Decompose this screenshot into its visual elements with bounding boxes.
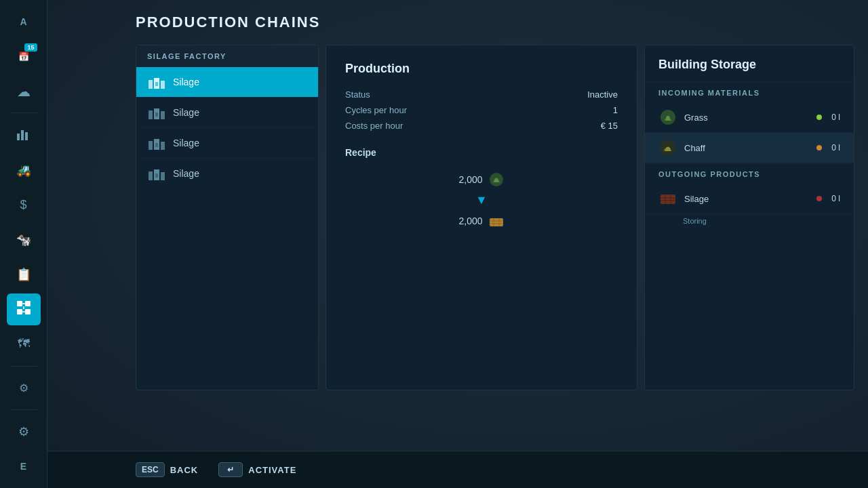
money-icon: $ — [20, 198, 26, 212]
sidebar-item-money[interactable]: $ — [7, 188, 41, 220]
grass-icon — [658, 108, 677, 127]
chaff-icon — [658, 138, 677, 157]
activate-button[interactable]: ↵ ACTIVATE — [218, 462, 296, 477]
storage-title: Building Storage — [645, 45, 854, 82]
factory-item-label-0: Silage — [173, 77, 199, 87]
sidebar-a-label: A — [20, 16, 26, 27]
bottom-bar: ESC BACK ↵ ACTIVATE — [47, 451, 868, 488]
svg-rect-5 — [17, 309, 22, 314]
grass-dot — [816, 115, 822, 120]
svg-rect-34 — [660, 195, 675, 204]
calendar-icon: 📅 — [18, 52, 29, 62]
storage-panel: Building Storage INCOMING MATERIALS Gras… — [644, 45, 854, 390]
factory-item-label-2: Silage — [173, 138, 199, 148]
svg-rect-3 — [17, 301, 22, 306]
stats-icon — [16, 127, 31, 144]
sidebar-item-e[interactable]: E — [7, 451, 41, 483]
factory-item-label-3: Silage — [173, 168, 199, 179]
grass-row: Grass 0 l — [645, 102, 854, 133]
svg-rect-25 — [155, 174, 158, 178]
factory-item-icon-0 — [147, 74, 166, 90]
svg-rect-27 — [490, 218, 503, 226]
status-value: Inactive — [587, 89, 618, 100]
sidebar-item-stats[interactable] — [7, 119, 41, 150]
chaff-amount: 0 l — [831, 143, 840, 152]
divider-2 — [10, 366, 37, 367]
svg-rect-22 — [149, 171, 153, 180]
silage-dot — [816, 196, 822, 201]
page-title: PRODUCTION CHAINS — [136, 14, 854, 31]
main-content: PRODUCTION CHAINS SILAGE FACTORY Silage — [47, 0, 868, 488]
silage-sub-label: Storing — [645, 214, 854, 230]
back-button[interactable]: ESC BACK — [136, 462, 198, 477]
recipe-output-icon — [488, 213, 505, 229]
sidebar-item-production[interactable] — [7, 293, 41, 325]
sidebar-item-animals[interactable]: 🐄 — [7, 224, 41, 256]
sidebar-item-calendar[interactable]: 📅 — [7, 40, 41, 72]
svg-rect-4 — [25, 301, 31, 306]
svg-rect-0 — [17, 134, 20, 140]
factory-item[interactable]: Silage — [136, 128, 318, 159]
cycles-row: Cycles per hour 1 — [345, 105, 618, 115]
silage-row: Silage 0 l — [645, 184, 854, 214]
svg-rect-10 — [149, 80, 153, 89]
back-key: ESC — [136, 462, 165, 477]
svg-rect-18 — [149, 141, 153, 150]
silage-icon — [658, 189, 677, 208]
svg-rect-21 — [155, 143, 158, 147]
factory-header: SILAGE FACTORY — [136, 45, 318, 67]
map-icon: 🗺 — [18, 337, 30, 351]
recipe-input: 2,000 — [458, 171, 504, 188]
content-row: SILAGE FACTORY Silage — [136, 45, 854, 390]
status-row: Status Inactive — [345, 89, 618, 100]
recipe-input-amount: 2,000 — [458, 174, 482, 185]
sidebar-item-weather[interactable]: ☁ — [7, 75, 41, 107]
chaff-name: Chaff — [684, 143, 810, 153]
back-label: BACK — [170, 465, 199, 475]
factory-item-icon-1 — [147, 104, 166, 121]
field-work-icon: ⚙ — [19, 382, 28, 394]
silage-amount: 0 l — [831, 194, 840, 203]
sidebar-item-field-work[interactable]: ⚙ — [7, 372, 41, 404]
sidebar-item-contracts[interactable]: 📋 — [7, 258, 41, 290]
sidebar-item-map[interactable]: 🗺 — [7, 328, 41, 360]
factory-item-label-1: Silage — [173, 107, 199, 118]
costs-label: Costs per hour — [345, 121, 403, 131]
settings-icon: ⚙ — [18, 424, 29, 439]
activate-key: ↵ — [218, 462, 243, 477]
cycles-label: Cycles per hour — [345, 105, 407, 115]
recipe-input-icon — [488, 171, 505, 188]
factory-item[interactable]: Silage — [136, 98, 318, 128]
svg-rect-2 — [25, 132, 28, 140]
production-chains-icon — [16, 300, 31, 319]
factory-item-icon-3 — [147, 165, 166, 182]
recipe-title: Recipe — [345, 147, 618, 158]
recipe-arrow: ▼ — [475, 193, 488, 207]
divider-1 — [10, 113, 37, 113]
animals-icon: 🐄 — [16, 232, 31, 247]
sidebar: A 📅 ☁ 🚜 $ 🐄 📋 — [0, 0, 47, 488]
divider-3 — [10, 409, 37, 410]
cycles-value: 1 — [613, 105, 618, 115]
silage-name: Silage — [684, 194, 810, 204]
recipe-section: Recipe 2,000 — [345, 147, 618, 229]
activate-label: ACTIVATE — [248, 465, 296, 475]
sidebar-item-a[interactable]: A — [7, 5, 41, 37]
status-label: Status — [345, 89, 370, 100]
recipe-content: 2,000 ▼ 2,000 — [345, 171, 618, 229]
production-panel: Production Status Inactive Cycles per ho… — [326, 45, 637, 390]
sidebar-item-tractor[interactable]: 🚜 — [7, 154, 41, 186]
sidebar-e-label: E — [20, 461, 26, 472]
svg-rect-17 — [155, 113, 158, 117]
contracts-icon: 📋 — [16, 267, 31, 282]
incoming-header: INCOMING MATERIALS — [645, 82, 854, 102]
svg-rect-16 — [161, 111, 165, 119]
svg-rect-24 — [161, 172, 165, 180]
grass-amount: 0 l — [831, 113, 840, 122]
factory-item[interactable]: Silage — [136, 67, 318, 98]
costs-value: € 15 — [601, 121, 618, 131]
chaff-row: Chaff 0 l — [645, 133, 854, 163]
tractor-icon: 🚜 — [16, 163, 31, 178]
sidebar-item-settings[interactable]: ⚙ — [7, 415, 41, 447]
factory-item[interactable]: Silage — [136, 159, 318, 188]
